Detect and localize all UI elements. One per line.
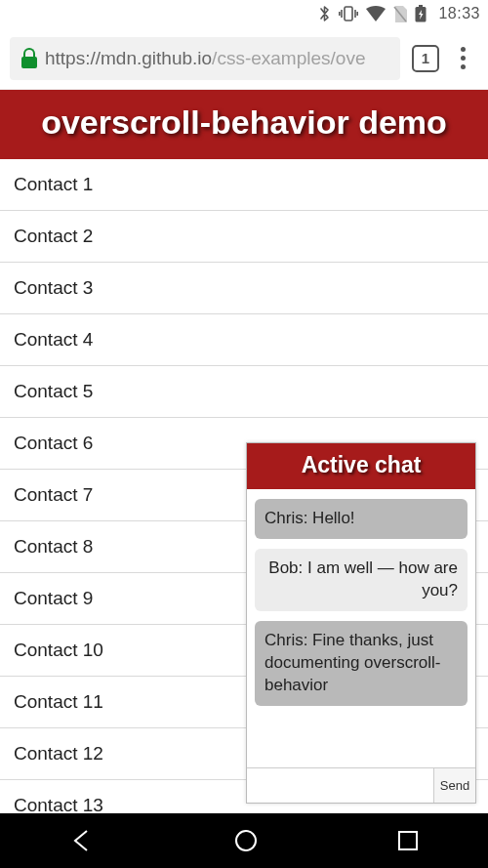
android-status-bar: 18:33 xyxy=(0,0,488,27)
contact-row[interactable]: Contact 3 xyxy=(0,263,488,314)
tabs-button[interactable]: 1 xyxy=(412,45,439,72)
page-title: overscroll-behavior demo xyxy=(0,90,488,159)
tab-count: 1 xyxy=(422,50,429,66)
contact-row[interactable]: Contact 1 xyxy=(0,159,488,211)
bluetooth-icon xyxy=(318,5,331,22)
status-time: 18:33 xyxy=(438,5,480,22)
no-sim-icon xyxy=(393,6,407,22)
chat-input-row: Send xyxy=(247,767,475,803)
contact-row[interactable]: Contact 2 xyxy=(0,211,488,263)
contact-row[interactable]: Contact 4 xyxy=(0,314,488,366)
svg-rect-6 xyxy=(419,5,423,7)
url-host: https://mdn.github.io xyxy=(45,48,212,68)
home-button[interactable] xyxy=(233,828,259,853)
url-field[interactable]: https://mdn.github.io/css-examples/ove xyxy=(10,37,400,80)
url-path: /css-examples/ove xyxy=(212,48,365,68)
lock-icon xyxy=(21,49,37,68)
chat-message: Bob: I am well — how are you? xyxy=(255,549,468,611)
chat-message: Chris: Fine thanks, just documenting ove… xyxy=(255,621,468,706)
chat-input[interactable] xyxy=(247,768,433,803)
wifi-icon xyxy=(366,6,386,21)
browser-url-bar: https://mdn.github.io/css-examples/ove 1 xyxy=(0,27,488,90)
android-nav-bar xyxy=(0,813,488,868)
vibrate-icon xyxy=(339,6,358,21)
svg-point-8 xyxy=(236,831,256,850)
chat-message: Chris: Hello! xyxy=(255,499,468,539)
svg-rect-0 xyxy=(345,7,352,21)
back-button[interactable] xyxy=(69,828,95,853)
menu-button[interactable] xyxy=(451,43,474,74)
chat-title: Active chat xyxy=(247,443,475,489)
send-button[interactable]: Send xyxy=(433,768,475,803)
chat-messages[interactable]: Chris: Hello!Bob: I am well — how are yo… xyxy=(247,489,475,767)
svg-rect-9 xyxy=(399,832,417,849)
recents-button[interactable] xyxy=(397,830,419,851)
battery-charging-icon xyxy=(415,5,427,22)
chat-window: Active chat Chris: Hello!Bob: I am well … xyxy=(246,442,476,804)
contact-row[interactable]: Contact 5 xyxy=(0,366,488,418)
